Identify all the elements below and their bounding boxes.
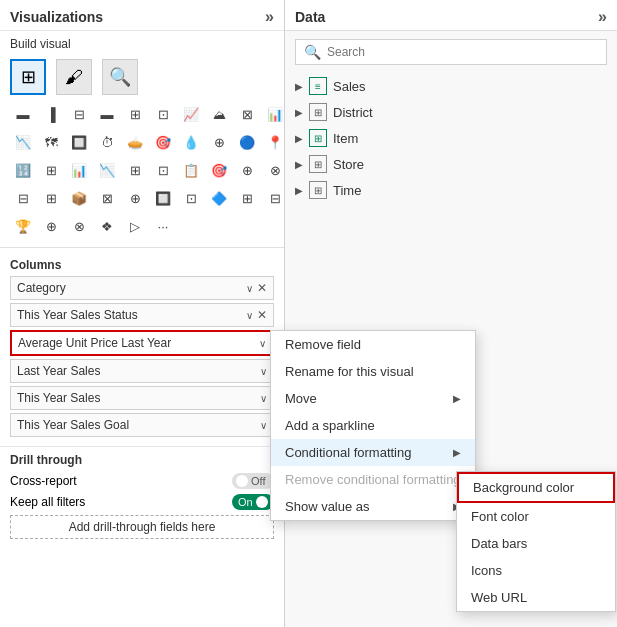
viz-icon-line-col[interactable]: 📊 (262, 101, 285, 127)
viz-icon-qna[interactable]: ⊕ (234, 157, 260, 183)
viz-icon-slicer[interactable]: 📋 (178, 157, 204, 183)
viz-icon-trophy[interactable]: 🏆 (10, 213, 36, 239)
tree-icon-store: ⊞ (309, 155, 327, 173)
tree-item-time[interactable]: ▶ ⊞ Time (295, 177, 607, 203)
field-goal-dropdown-icon[interactable]: ∨ (260, 420, 267, 431)
viz-icon-decomp-tree[interactable]: ⊗ (262, 157, 285, 183)
viz-icon-multirow-card[interactable]: ⊞ (38, 157, 64, 183)
submenu-background-color-label: Background color (473, 480, 574, 495)
cross-report-toggle[interactable]: Off (232, 473, 274, 489)
primary-context-menu: Remove field Rename for this visual Move… (270, 330, 476, 521)
viz-icon-pie[interactable]: 🥧 (122, 129, 148, 155)
data-search-box[interactable]: 🔍 (295, 39, 607, 65)
viz-icon-scatter[interactable]: ⏱ (94, 129, 120, 155)
menu-rename-label: Rename for this visual (285, 364, 414, 379)
viz-icon-azure-maps[interactable]: ⊕ (122, 185, 148, 211)
field-status-remove-icon[interactable]: ✕ (257, 308, 267, 322)
field-last-year-sales[interactable]: Last Year Sales ∨ (10, 359, 274, 383)
viz-icon-paginated[interactable]: ⊞ (38, 185, 64, 211)
viz-icon-treemap[interactable]: 💧 (178, 129, 204, 155)
field-avg-unit-price[interactable]: Average Unit Price Last Year ∨ (10, 330, 274, 356)
data-collapse-button[interactable]: » (598, 8, 607, 26)
field-this-year-sales-goal[interactable]: This Year Sales Goal ∨ (10, 413, 274, 437)
viz-icon-matrix[interactable]: ⊡ (150, 157, 176, 183)
viz-icon-r[interactable]: ⊠ (94, 185, 120, 211)
viz-icon-key-influencers[interactable]: ⊟ (10, 185, 36, 211)
viz-icon-100-bar[interactable]: ⊟ (66, 101, 92, 127)
viz-icon-more[interactable]: ··· (150, 213, 176, 239)
menu-show-value-as[interactable]: Show value as ▶ (271, 493, 475, 520)
field-last-yr-dropdown-icon[interactable]: ∨ (260, 366, 267, 377)
viz-icon-card[interactable]: 🔢 (10, 157, 36, 183)
field-category-dropdown-icon[interactable]: ∨ (246, 283, 253, 294)
field-status-dropdown-icon[interactable]: ∨ (246, 310, 253, 321)
submenu-font-color[interactable]: Font color (457, 503, 615, 530)
search-input[interactable] (327, 45, 598, 59)
viz-icon-gauge[interactable]: 📉 (94, 157, 120, 183)
viz-icon-python[interactable]: 📦 (66, 185, 92, 211)
analytics-icon-button[interactable]: 🔍 (102, 59, 138, 95)
viz-icon-button[interactable]: ⊡ (178, 185, 204, 211)
field-category-remove-icon[interactable]: ✕ (257, 281, 267, 295)
viz-icon-clustered-bar[interactable]: ▐ (38, 101, 64, 127)
cross-report-toggle-dot (236, 475, 248, 487)
data-panel-header: Data » (285, 0, 617, 31)
menu-remove-field[interactable]: Remove field (271, 331, 475, 358)
viz-icon-shape-map[interactable]: 📍 (262, 129, 285, 155)
columns-section: Columns Category ∨ ✕ This Year Sales Sta… (0, 252, 284, 446)
viz-icon-100-col[interactable]: ⊡ (150, 101, 176, 127)
viz-icon-stacked-col[interactable]: ▬ (94, 101, 120, 127)
viz-icon-line[interactable]: 📈 (178, 101, 204, 127)
keep-filters-toggle[interactable]: On (232, 494, 274, 510)
tree-item-item[interactable]: ▶ ⊞ Item (295, 125, 607, 151)
field-this-year-sales-status-label: This Year Sales Status (17, 308, 138, 322)
viz-icon-waterfall[interactable]: 🗺 (38, 129, 64, 155)
viz-icon-image[interactable]: ⊞ (234, 185, 260, 211)
menu-add-sparkline[interactable]: Add a sparkline (271, 412, 475, 439)
menu-conditional-formatting-label: Conditional formatting (285, 445, 411, 460)
tree-item-store[interactable]: ▶ ⊞ Store (295, 151, 607, 177)
submenu-web-url[interactable]: Web URL (457, 584, 615, 611)
menu-add-sparkline-label: Add a sparkline (285, 418, 375, 433)
menu-conditional-formatting[interactable]: Conditional formatting ▶ (271, 439, 475, 466)
viz-icon-filled-map[interactable]: 🔵 (234, 129, 260, 155)
viz-icon-cross[interactable]: ⊗ (66, 213, 92, 239)
viz-icon-clustered-col[interactable]: ⊞ (122, 101, 148, 127)
viz-icon-circle[interactable]: ⊕ (38, 213, 64, 239)
viz-icon-stacked-area[interactable]: ⊠ (234, 101, 260, 127)
submenu-icons[interactable]: Icons (457, 557, 615, 584)
submenu-data-bars[interactable]: Data bars (457, 530, 615, 557)
field-this-year-sales-goal-label: This Year Sales Goal (17, 418, 129, 432)
field-this-year-sales[interactable]: This Year Sales ∨ (10, 386, 274, 410)
menu-move[interactable]: Move ▶ (271, 385, 475, 412)
field-category[interactable]: Category ∨ ✕ (10, 276, 274, 300)
viz-icon-donut[interactable]: 🎯 (150, 129, 176, 155)
submenu-background-color[interactable]: Background color (457, 472, 615, 503)
viz-icon-diamond[interactable]: ❖ (94, 213, 120, 239)
field-this-year-sales-status[interactable]: This Year Sales Status ∨ ✕ (10, 303, 274, 327)
viz-icon-play[interactable]: ▷ (122, 213, 148, 239)
viz-icon-ribbon[interactable]: 📉 (10, 129, 36, 155)
tree-item-sales[interactable]: ▶ ≡ Sales (295, 73, 607, 99)
field-avg-controls: ∨ (259, 338, 266, 349)
viz-icon-kpi[interactable]: 📊 (66, 157, 92, 183)
tree-item-district[interactable]: ▶ ⊞ District (295, 99, 607, 125)
viz-icon-funnel[interactable]: 🔲 (66, 129, 92, 155)
viz-icon-table[interactable]: ⊞ (122, 157, 148, 183)
table-icon-button[interactable]: ⊞ (10, 59, 46, 95)
viz-icon-power-automate[interactable]: 🔲 (150, 185, 176, 211)
field-this-yr-dropdown-icon[interactable]: ∨ (260, 393, 267, 404)
format-icon-button[interactable]: 🖌 (56, 59, 92, 95)
viz-icon-area[interactable]: ⛰ (206, 101, 232, 127)
drill-through-section: Drill through Cross-report Off Keep all … (0, 446, 284, 545)
viz-icon-shapes[interactable]: ⊟ (262, 185, 285, 211)
submenu-conditional-formatting: Background color Font color Data bars Ic… (456, 471, 616, 612)
add-drillthrough-field[interactable]: Add drill-through fields here (10, 515, 274, 539)
menu-rename[interactable]: Rename for this visual (271, 358, 475, 385)
viz-icon-smart-narrative[interactable]: 🎯 (206, 157, 232, 183)
viz-icon-map[interactable]: ⊕ (206, 129, 232, 155)
viz-icon-stacked-bar[interactable]: ▬ (10, 101, 36, 127)
field-avg-dropdown-icon[interactable]: ∨ (259, 338, 266, 349)
viz-icon-text-box[interactable]: 🔷 (206, 185, 232, 211)
viz-collapse-button[interactable]: » (265, 8, 274, 26)
